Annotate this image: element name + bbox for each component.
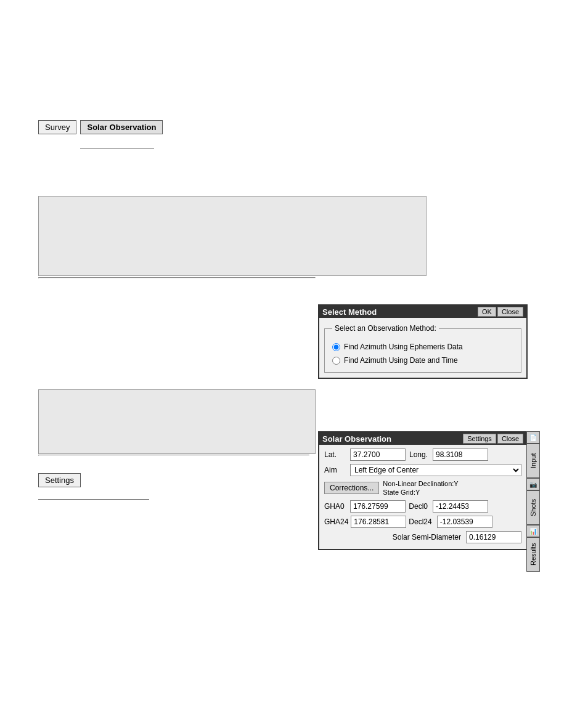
select-method-close-button[interactable]: Close [497,307,523,317]
long-input[interactable] [433,448,488,461]
radio-ephemeris-label: Find Azimuth Using Ephemeris Data [344,343,463,351]
corrections-button[interactable]: Corrections... [324,482,379,494]
aim-label: Aim [324,466,348,474]
decl0-input[interactable] [433,500,488,513]
solar-obs-close-button[interactable]: Close [497,434,523,444]
bottom-content-area [38,389,316,454]
decl24-label: Decl24 [409,517,434,526]
settings-button[interactable]: Settings [38,473,81,487]
side-tab-input[interactable]: Input [526,444,540,478]
corrections-info-line2: State Grid:Y [383,488,458,497]
solar-obs-settings-button[interactable]: Settings [463,434,496,444]
gha24-label: GHA24 [324,517,348,526]
select-method-ok-button[interactable]: OK [478,307,496,317]
decl0-label: Decl0 [408,502,430,511]
select-method-dialog: Select Method OK Close Select an Observa… [318,304,528,379]
solar-observation-dialog: Solar Observation Settings Close Lat. Lo… [318,431,528,550]
radio-ephemeris[interactable] [332,343,340,351]
gha24-input[interactable] [351,516,406,528]
divider-bottom [38,455,309,456]
settings-underline [38,499,149,500]
lat-input[interactable] [350,448,406,461]
side-tab-results[interactable]: Results [526,537,540,572]
side-tab-input-icon[interactable]: 📄 [526,431,540,444]
lat-label: Lat. [324,450,348,459]
tab-solar-observation[interactable]: Solar Observation [80,120,163,134]
corrections-info-line1: Non-Linear Declination:Y [383,479,458,488]
tab-survey[interactable]: Survey [38,120,76,134]
solar-side-tabs: 📄 Input 📷 Shots 📊 Results [526,431,540,572]
side-tab-shots[interactable]: Shots [526,490,540,525]
semi-diam-label: Solar Semi-Diameter [324,533,463,542]
long-label: Long. [408,450,430,459]
solar-obs-title: Solar Observation [322,434,391,444]
radio-date-time-label: Find Azimuth Using Date and Time [344,356,458,365]
radio-date-time[interactable] [332,357,340,365]
gha0-label: GHA0 [324,502,348,511]
aim-select[interactable]: Left Edge of Center Right Edge of Center… [350,464,521,476]
top-content-area [38,196,427,276]
solar-obs-titlebar: Solar Observation Settings Close [319,432,526,445]
gha0-input[interactable] [350,500,406,513]
decl24-input[interactable] [437,516,492,528]
select-method-group-label: Select an Observation Method: [332,324,439,333]
select-method-title: Select Method [322,307,478,317]
side-tab-results-icon[interactable]: 📊 [526,525,540,537]
tab-active-underline [80,148,154,148]
side-tab-shots-icon[interactable]: 📷 [526,478,540,490]
divider-top [38,277,316,278]
semi-diam-input[interactable] [466,531,521,543]
select-method-titlebar: Select Method OK Close [319,306,526,318]
